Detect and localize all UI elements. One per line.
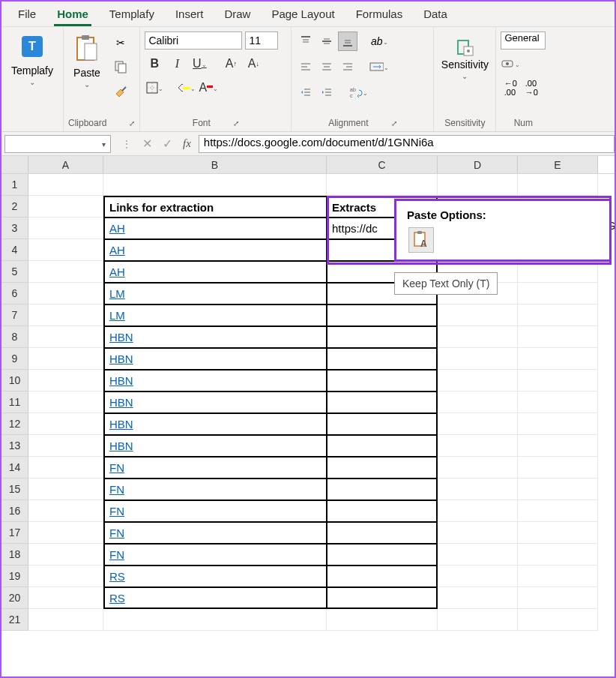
cell-E20[interactable] bbox=[518, 587, 598, 609]
select-all-corner[interactable] bbox=[1, 156, 28, 173]
cell-E18[interactable] bbox=[518, 544, 598, 566]
cell-E6[interactable] bbox=[518, 283, 598, 304]
italic-button[interactable]: I bbox=[167, 54, 187, 74]
cell-E16[interactable] bbox=[518, 500, 598, 522]
cell-E7[interactable] bbox=[518, 304, 598, 326]
cell-D10[interactable] bbox=[438, 370, 518, 392]
fx-icon[interactable]: fx bbox=[183, 137, 191, 150]
cell-E10[interactable] bbox=[518, 370, 598, 392]
cancel-icon[interactable]: ✕ bbox=[142, 136, 152, 151]
cell-B16[interactable]: FN bbox=[103, 500, 327, 522]
row-header[interactable]: 2 bbox=[1, 196, 28, 218]
cell-A5[interactable] bbox=[28, 261, 103, 283]
col-header-E[interactable]: E bbox=[518, 156, 598, 173]
cell-E12[interactable] bbox=[518, 413, 598, 435]
row-header[interactable]: 11 bbox=[1, 392, 28, 413]
row-header[interactable]: 5 bbox=[1, 261, 28, 283]
row-header[interactable]: 19 bbox=[1, 566, 28, 587]
wrap-text-button[interactable]: abc⌄ bbox=[348, 82, 368, 102]
align-center-button[interactable] bbox=[317, 57, 336, 76]
row-header[interactable]: 21 bbox=[1, 609, 28, 631]
align-bottom-button[interactable] bbox=[338, 32, 357, 51]
row-header[interactable]: 3 bbox=[1, 218, 28, 239]
cell-C21[interactable] bbox=[327, 609, 438, 631]
cell-D15[interactable] bbox=[438, 478, 518, 500]
cell-D13[interactable] bbox=[438, 435, 518, 457]
cut-button[interactable]: ✂ bbox=[112, 34, 130, 51]
cell-D8[interactable] bbox=[438, 326, 518, 348]
cell-D11[interactable] bbox=[438, 392, 518, 413]
cell-A10[interactable] bbox=[28, 370, 103, 392]
format-painter-button[interactable] bbox=[112, 82, 130, 99]
cell-A13[interactable] bbox=[28, 435, 103, 457]
tab-templafy[interactable]: Templafy bbox=[99, 2, 165, 26]
dots-icon[interactable]: ⋮ bbox=[121, 138, 132, 150]
row-header[interactable]: 13 bbox=[1, 435, 28, 457]
cell-A15[interactable] bbox=[28, 478, 103, 500]
tab-data[interactable]: Data bbox=[413, 2, 458, 26]
cell-A19[interactable] bbox=[28, 566, 103, 587]
cell-A17[interactable] bbox=[28, 522, 103, 544]
cell-B8[interactable]: HBN bbox=[103, 326, 327, 348]
cell-A21[interactable] bbox=[28, 609, 103, 631]
cell-D9[interactable] bbox=[438, 348, 518, 370]
cell-B10[interactable]: HBN bbox=[103, 370, 327, 392]
cell-B21[interactable] bbox=[103, 609, 327, 631]
copy-button[interactable] bbox=[112, 58, 130, 75]
dialog-launcher-icon[interactable]: ⤢ bbox=[129, 119, 135, 128]
borders-button[interactable]: ⌄ bbox=[145, 78, 164, 98]
cell-D21[interactable] bbox=[438, 609, 518, 631]
row-header[interactable]: 10 bbox=[1, 370, 28, 392]
row-header[interactable]: 12 bbox=[1, 413, 28, 435]
col-header-B[interactable]: B bbox=[103, 156, 327, 173]
cell-B3[interactable]: AH bbox=[103, 218, 327, 239]
cell-C15[interactable] bbox=[327, 478, 438, 500]
bold-button[interactable]: B bbox=[145, 54, 164, 74]
cell-D16[interactable] bbox=[438, 500, 518, 522]
cell-A11[interactable] bbox=[28, 392, 103, 413]
underline-button[interactable]: U⌄ bbox=[190, 54, 209, 74]
cell-E21[interactable] bbox=[518, 609, 598, 631]
formula-input[interactable]: https://docs.google.com/document/d/1GNNi… bbox=[199, 135, 615, 153]
row-header[interactable]: 9 bbox=[1, 348, 28, 370]
font-color-button[interactable]: A⌄ bbox=[199, 78, 218, 98]
merge-button[interactable]: ⌄ bbox=[369, 57, 389, 76]
col-header-C[interactable]: C bbox=[327, 156, 438, 173]
align-top-button[interactable] bbox=[296, 32, 315, 51]
row-header[interactable]: 6 bbox=[1, 283, 28, 304]
cell-E8[interactable] bbox=[518, 326, 598, 348]
tab-formulas[interactable]: Formulas bbox=[345, 2, 414, 26]
currency-button[interactable]: ⌄ bbox=[501, 54, 520, 74]
templafy-button[interactable]: T Templafy ⌄ bbox=[6, 30, 58, 86]
tab-file[interactable]: File bbox=[7, 2, 46, 26]
orientation-button[interactable]: ab⌄ bbox=[369, 32, 389, 51]
row-header[interactable]: 17 bbox=[1, 522, 28, 544]
paste-button[interactable]: Paste ⌄ bbox=[68, 30, 106, 88]
cell-B14[interactable]: FN bbox=[103, 457, 327, 478]
cell-E19[interactable] bbox=[518, 566, 598, 587]
cell-D12[interactable] bbox=[438, 413, 518, 435]
cell-B9[interactable]: HBN bbox=[103, 348, 327, 370]
row-header[interactable]: 15 bbox=[1, 478, 28, 500]
name-box[interactable]: ▾ bbox=[4, 135, 111, 153]
cell-B5[interactable]: AH bbox=[103, 261, 327, 283]
cell-D7[interactable] bbox=[438, 304, 518, 326]
cell-E13[interactable] bbox=[518, 435, 598, 457]
cell-B18[interactable]: FN bbox=[103, 544, 327, 566]
cell-B6[interactable]: LM bbox=[103, 283, 327, 304]
tab-draw[interactable]: Draw bbox=[214, 2, 261, 26]
cell-C20[interactable] bbox=[327, 587, 438, 609]
dialog-launcher-icon[interactable]: ⤢ bbox=[233, 119, 239, 128]
cell-C11[interactable] bbox=[327, 392, 438, 413]
cell-B19[interactable]: RS bbox=[103, 566, 327, 587]
cell-B13[interactable]: HBN bbox=[103, 435, 327, 457]
cell-B7[interactable]: LM bbox=[103, 304, 327, 326]
cell-C14[interactable] bbox=[327, 457, 438, 478]
cell-C9[interactable] bbox=[327, 348, 438, 370]
cell-A2[interactable] bbox=[28, 196, 103, 218]
row-header[interactable]: 4 bbox=[1, 239, 28, 261]
increase-indent-button[interactable] bbox=[317, 82, 336, 102]
align-left-button[interactable] bbox=[296, 57, 315, 76]
cell-B2[interactable]: Links for extraction bbox=[103, 196, 327, 218]
col-header-A[interactable]: A bbox=[28, 156, 103, 173]
